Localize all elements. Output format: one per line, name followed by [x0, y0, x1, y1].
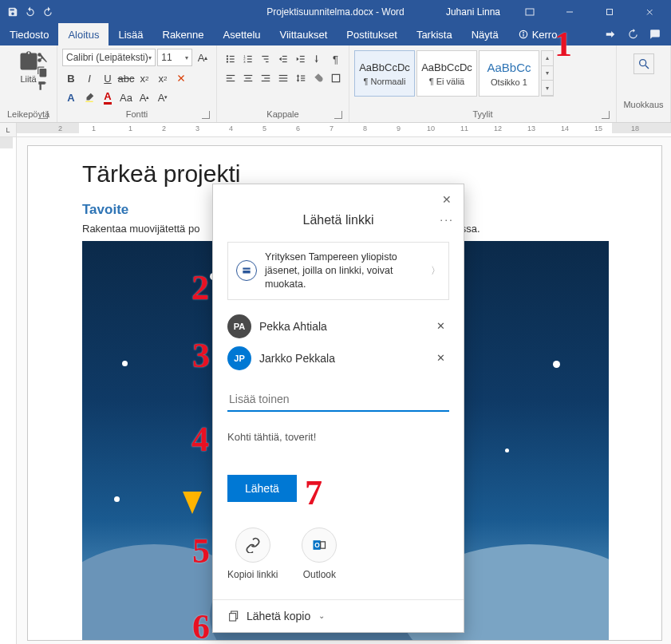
- tab-mailings[interactable]: Postitukset: [337, 23, 407, 45]
- tab-home[interactable]: Aloitus: [58, 23, 109, 45]
- align-center-icon[interactable]: [239, 69, 256, 87]
- tab-review[interactable]: Tarkista: [407, 23, 462, 45]
- text-effects-icon[interactable]: A: [62, 89, 80, 106]
- group-clipboard: Liitä Leikepöytä: [0, 45, 57, 122]
- subscript-button[interactable]: x2: [136, 69, 153, 87]
- history-icon[interactable]: [625, 26, 641, 42]
- style-heading1[interactable]: AaBbCc Otsikko 1: [479, 50, 539, 97]
- styles-scroll[interactable]: ▴▾▾: [541, 50, 554, 97]
- window-settings-icon[interactable]: [511, 0, 548, 23]
- font-launcher-icon[interactable]: [202, 111, 210, 119]
- multilevel-icon[interactable]: [257, 50, 274, 68]
- paragraph-launcher-icon[interactable]: [334, 111, 342, 119]
- feedback-icon[interactable]: [647, 26, 663, 42]
- tab-insert[interactable]: Lisää: [109, 23, 152, 45]
- font-name-dropdown[interactable]: Calibri (Leipäteksti)▾: [62, 49, 156, 66]
- font-color-icon[interactable]: A: [99, 89, 116, 106]
- svg-rect-45: [321, 541, 326, 547]
- share-title: Lähetä linkki: [303, 213, 374, 227]
- svg-rect-33: [261, 75, 270, 76]
- svg-text:3: 3: [243, 60, 246, 64]
- remove-recipient-icon[interactable]: ✕: [432, 318, 449, 335]
- remove-recipient-icon[interactable]: ✕: [432, 350, 449, 367]
- increase-indent-icon[interactable]: [292, 50, 309, 68]
- format-painter-icon[interactable]: [37, 81, 48, 92]
- strike-button[interactable]: abc: [117, 69, 135, 87]
- grow-font-icon[interactable]: A▴: [136, 89, 153, 106]
- svg-point-8: [226, 58, 227, 60]
- bold-button[interactable]: B: [62, 69, 80, 87]
- recipient-name: Pekka Ahtiala: [259, 320, 424, 333]
- tab-structure[interactable]: Rakenne: [153, 23, 214, 45]
- sort-icon[interactable]: [310, 50, 326, 68]
- decrease-indent-icon[interactable]: [274, 50, 291, 68]
- svg-rect-41: [301, 80, 305, 81]
- align-left-icon[interactable]: [222, 69, 239, 87]
- save-icon[interactable]: [5, 4, 21, 20]
- message-text[interactable]: Kohti tähtiä, toverit!: [227, 431, 449, 443]
- callout-1: 1: [555, 24, 572, 65]
- bullets-icon[interactable]: [222, 50, 239, 68]
- borders-icon[interactable]: [327, 69, 344, 87]
- svg-rect-38: [278, 81, 287, 81]
- align-right-icon[interactable]: [257, 69, 274, 87]
- style-no-spacing[interactable]: AaBbCcDc ¶ Ei väliä: [416, 50, 477, 97]
- style-normal[interactable]: AaBbCcDc ¶ Normaali: [354, 50, 415, 97]
- clipboard-launcher-icon[interactable]: [40, 111, 48, 119]
- numbering-icon[interactable]: 123: [239, 50, 256, 68]
- copy-link-action[interactable]: Kopioi linkki: [227, 527, 278, 580]
- tab-file[interactable]: Tiedosto: [0, 23, 58, 45]
- svg-rect-7: [229, 56, 234, 57]
- ruler-vertical[interactable]: [0, 137, 17, 644]
- redo-icon[interactable]: [40, 4, 56, 20]
- ruler-corner[interactable]: L: [0, 123, 17, 137]
- permission-selector[interactable]: Yrityksen Tampereen yliopisto jäsenet, j…: [227, 242, 449, 300]
- tab-references[interactable]: Viittaukset: [270, 23, 337, 45]
- clear-format-icon[interactable]: [172, 69, 190, 87]
- outlook-action[interactable]: O Outlook: [302, 527, 337, 580]
- share-icon[interactable]: [602, 26, 618, 42]
- underline-button[interactable]: U: [99, 69, 116, 87]
- show-marks-icon[interactable]: ¶: [327, 50, 344, 68]
- increase-font-icon[interactable]: A▴: [194, 49, 211, 66]
- font-size-dropdown[interactable]: 11▾: [157, 49, 192, 66]
- shrink-font-icon[interactable]: A▾: [154, 89, 172, 106]
- share-dialog: ✕ Lähetä linkki ··· Yrityksen Tampereen …: [212, 184, 464, 633]
- justify-icon[interactable]: [274, 69, 291, 87]
- undo-icon[interactable]: [22, 4, 38, 20]
- send-button[interactable]: Lähetä: [227, 475, 297, 502]
- svg-rect-39: [301, 76, 305, 77]
- svg-rect-20: [266, 61, 269, 62]
- superscript-button[interactable]: x2: [154, 69, 172, 87]
- window-close-icon[interactable]: [631, 0, 668, 23]
- group-editing: Muokkaus: [617, 45, 671, 122]
- send-copy-button[interactable]: Lähetä kopio ⌄: [213, 599, 464, 632]
- svg-rect-37: [278, 77, 287, 78]
- more-icon[interactable]: ···: [440, 213, 454, 226]
- window-minimize-icon[interactable]: [551, 0, 588, 23]
- user-name[interactable]: Juhani Linna: [446, 6, 500, 18]
- close-icon[interactable]: ✕: [440, 192, 454, 207]
- callout-7: 7: [305, 472, 322, 513]
- tab-layout[interactable]: Asettelu: [214, 23, 270, 45]
- svg-rect-32: [243, 81, 252, 81]
- highlight-icon[interactable]: [81, 89, 98, 106]
- add-recipient-input[interactable]: [227, 388, 449, 412]
- tab-view[interactable]: Näytä: [462, 23, 508, 45]
- avatar: JP: [227, 346, 251, 370]
- find-icon[interactable]: [634, 53, 654, 74]
- svg-rect-27: [226, 75, 235, 76]
- ruler-horizontal[interactable]: L 21 123 456 789 101112 131415 18: [0, 123, 671, 137]
- group-styles: AaBbCcDc ¶ Normaali AaBbCcDc ¶ Ei väliä …: [349, 45, 617, 122]
- shading-icon[interactable]: [310, 69, 326, 87]
- org-icon: [236, 260, 257, 281]
- change-case-icon[interactable]: Aa: [117, 89, 135, 106]
- italic-button[interactable]: I: [81, 69, 98, 87]
- line-spacing-icon[interactable]: [292, 69, 309, 87]
- svg-rect-48: [230, 613, 236, 620]
- window-maximize-icon[interactable]: [591, 0, 628, 23]
- cut-icon[interactable]: [37, 52, 48, 63]
- callout-4: 4: [191, 419, 209, 460]
- styles-launcher-icon[interactable]: [602, 111, 610, 119]
- copy-icon[interactable]: [37, 66, 48, 77]
